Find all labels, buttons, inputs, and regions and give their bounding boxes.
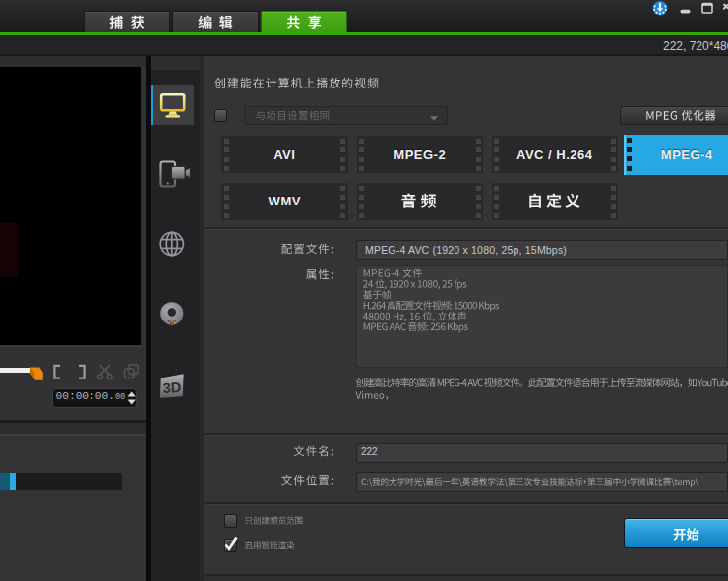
svg-text:DVD: DVD xyxy=(167,320,177,324)
svg-text:3D: 3D xyxy=(162,379,181,396)
